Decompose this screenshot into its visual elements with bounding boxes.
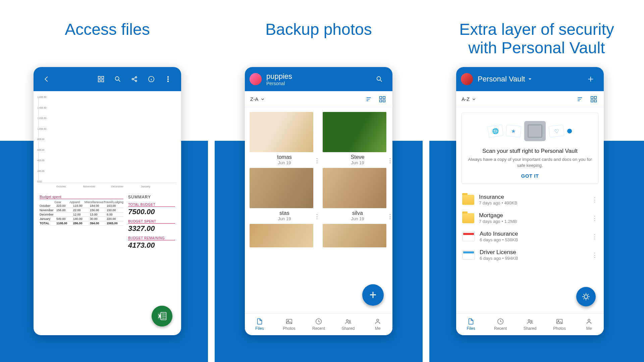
svg-point-9 <box>168 76 169 77</box>
photo-thumbnail[interactable] <box>323 168 386 208</box>
tab-files[interactable]: Files <box>456 313 486 335</box>
svg-rect-16 <box>383 96 385 98</box>
tab-shared[interactable]: Shared <box>515 313 545 335</box>
svg-point-24 <box>377 319 379 321</box>
total-budget-label: TOTAL BUDGET <box>128 203 175 206</box>
svg-rect-26 <box>594 96 596 98</box>
scan-fab[interactable] <box>576 287 596 306</box>
search-icon[interactable] <box>374 74 384 84</box>
file-name: Auto Insurance <box>480 231 587 237</box>
phone1-content: 1,600.001,400.001,200.001,000.00800.0060… <box>34 91 181 335</box>
photo-more-icon[interactable]: ⋮ <box>314 157 320 164</box>
grid-view-icon[interactable] <box>96 74 106 84</box>
tab-recent[interactable]: Recent <box>486 313 515 335</box>
grid-toggle-icon[interactable] <box>589 95 598 104</box>
photo-thumbnail[interactable] <box>323 224 386 247</box>
svg-rect-27 <box>591 100 593 102</box>
svg-point-35 <box>588 319 590 321</box>
photo-more-icon[interactable]: ⋮ <box>387 213 392 220</box>
svg-point-32 <box>531 320 532 322</box>
tab-files[interactable]: Files <box>245 313 274 335</box>
vault-card-subtitle: Always have a copy of your important car… <box>467 157 593 168</box>
table-header: Budget spent <box>40 195 123 199</box>
file-list: Insurance7 days ago • 490KB⋮Mortgage7 da… <box>456 189 604 265</box>
file-row[interactable]: Mortgage7 days ago • 1.2MB⋮ <box>456 209 604 227</box>
photo-item[interactable] <box>250 224 319 247</box>
search-icon[interactable] <box>113 74 123 84</box>
phone-access-files: 1,600.001,400.001,200.001,000.00800.0060… <box>34 67 181 335</box>
vault-card-title: Scan your stuff right to Personal Vault <box>467 148 593 155</box>
photo-more-icon[interactable]: ⋮ <box>387 157 392 164</box>
svg-point-5 <box>132 78 133 80</box>
svg-point-6 <box>135 76 137 78</box>
svg-rect-0 <box>98 76 100 78</box>
tab-me[interactable]: Me <box>574 313 604 335</box>
file-meta: 7 days ago • 490KB <box>479 200 587 205</box>
budget-chart: 1,600.001,400.001,200.001,000.00800.0060… <box>34 91 181 190</box>
sort-button[interactable]: A-Z <box>462 96 476 102</box>
add-icon[interactable] <box>586 74 596 84</box>
chart-y-labels: 1,600.001,400.001,200.001,000.00800.0060… <box>37 96 46 183</box>
grid-toggle-icon[interactable] <box>378 95 387 104</box>
avatar[interactable] <box>461 73 473 85</box>
photo-thumbnail[interactable] <box>250 168 313 208</box>
tab-photos[interactable]: Photos <box>274 313 304 335</box>
file-more-icon[interactable]: ⋮ <box>592 215 598 222</box>
file-row[interactable]: Driver License6 days ago • 994KB⋮ <box>456 246 604 264</box>
excel-fab[interactable] <box>152 306 172 326</box>
file-meta: 6 days ago • 994KB <box>480 256 587 261</box>
budget-remaining-value: 4173.00 <box>128 240 175 250</box>
photo-name: silva <box>323 210 392 216</box>
photo-date: Jun 19 <box>323 216 392 221</box>
add-fab[interactable]: + <box>362 284 384 306</box>
total-budget-value: 7500.00 <box>128 206 175 216</box>
file-row[interactable]: Insurance7 days ago • 490KB⋮ <box>456 190 604 209</box>
tab-shared[interactable]: Shared <box>333 313 363 335</box>
budget-sheet: Budget spent GearApparelMiscellaneousTra… <box>34 190 181 254</box>
folder-icon <box>462 213 474 223</box>
caption-3-line2: with Personal Vault <box>468 39 605 57</box>
avatar[interactable] <box>250 73 262 85</box>
svg-point-23 <box>349 320 350 322</box>
file-more-icon[interactable]: ⋮ <box>592 251 598 259</box>
toolbar-3: A-Z <box>456 91 604 107</box>
tab-photos[interactable]: Photos <box>545 313 574 335</box>
photo-thumbnail[interactable] <box>323 112 386 152</box>
photo-thumbnail[interactable] <box>250 224 313 247</box>
photo-thumbnail[interactable] <box>250 112 313 152</box>
svg-rect-17 <box>380 100 382 102</box>
photo-more-icon[interactable]: ⋮ <box>314 213 320 220</box>
photo-item[interactable]: silvaJun 19⋮ <box>323 168 392 221</box>
photo-date: Jun 19 <box>323 160 392 165</box>
toolbar-2: Z-A <box>245 91 392 107</box>
table-columns: GearApparelMiscellaneousTravel/Lodging <box>40 200 123 204</box>
overflow-icon[interactable] <box>163 74 173 84</box>
tab-me[interactable]: Me <box>363 313 392 335</box>
card-icon <box>462 232 475 241</box>
svg-point-7 <box>135 80 137 81</box>
file-row[interactable]: Auto Insurance6 days ago • 538KB⋮ <box>456 227 604 246</box>
share-icon[interactable] <box>129 74 140 84</box>
sort-button[interactable]: Z-A <box>250 96 265 102</box>
svg-rect-3 <box>102 80 104 82</box>
phone1-body: 1,600.001,400.001,200.001,000.00800.0060… <box>34 91 181 335</box>
photo-item[interactable] <box>323 224 392 247</box>
photo-item[interactable]: stasJun 19⋮ <box>250 168 319 221</box>
svg-point-22 <box>346 320 348 322</box>
folder-title: puppies <box>266 72 292 81</box>
file-more-icon[interactable]: ⋮ <box>592 233 598 240</box>
back-icon[interactable] <box>42 74 52 84</box>
phone-backup-photos: puppies Personal Z-A tomasJun 19⋮SteveJu… <box>245 67 392 335</box>
svg-rect-25 <box>591 96 593 98</box>
photo-item[interactable]: SteveJun 19⋮ <box>323 112 392 165</box>
file-meta: 7 days ago • 1.2MB <box>479 219 587 224</box>
tab-recent[interactable]: Recent <box>304 313 333 335</box>
vault-got-it-button[interactable]: GOT IT <box>467 173 593 179</box>
sort-lines-icon[interactable] <box>576 95 585 104</box>
phone-personal-vault: Personal Vault A-Z 🌐 ★ ♡ <box>456 67 604 335</box>
photo-item[interactable]: tomasJun 19⋮ <box>250 112 319 165</box>
file-more-icon[interactable]: ⋮ <box>592 196 598 203</box>
photo-date: Jun 19 <box>250 160 319 165</box>
info-icon[interactable] <box>146 74 156 84</box>
sort-lines-icon[interactable] <box>364 95 374 104</box>
